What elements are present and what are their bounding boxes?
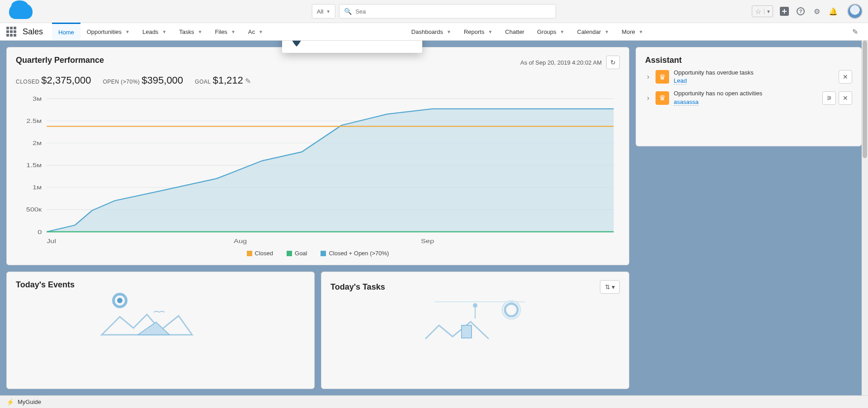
dismiss-button[interactable]: ✕ — [839, 70, 852, 84]
assistant-text: Opportunity has overdue tasksLead — [674, 69, 834, 85]
nav-item-label: Groups — [537, 28, 557, 35]
svg-text:1.5м: 1.5м — [26, 162, 42, 169]
svg-point-28 — [473, 303, 477, 308]
salesforce-logo — [9, 4, 33, 19]
nav-item-files[interactable]: Files▼ — [208, 23, 241, 40]
closed-value: $2,375,000 — [41, 75, 91, 86]
nav-item-home[interactable]: Home — [52, 23, 80, 40]
edit-nav-pencil-icon[interactable]: ✎ — [849, 23, 862, 40]
lead-crown-icon: ♛ — [656, 91, 669, 105]
chevron-down-icon: ▼ — [639, 29, 643, 34]
footer-label[interactable]: MyGuide — [18, 399, 41, 405]
svg-text:3м: 3м — [33, 95, 42, 102]
nav-item-calendar[interactable]: Calendar▼ — [571, 23, 616, 40]
tasks-illustration — [330, 294, 620, 343]
svg-text:Sep: Sep — [421, 237, 434, 244]
nav-items: HomeOpportunities▼Leads▼Tasks▼Files▼Ac▼D… — [52, 23, 849, 40]
card-title: Quarterly Performance — [16, 56, 104, 65]
nav-item-chatter[interactable]: Chatter — [499, 23, 531, 40]
assistant-record-link[interactable]: Lead — [674, 77, 687, 84]
user-avatar[interactable] — [847, 4, 863, 19]
nav-item-label: Files — [215, 28, 227, 35]
svg-point-24 — [505, 304, 518, 316]
chevron-down-icon: ▼ — [604, 29, 609, 34]
notifications-bell-icon[interactable]: 🔔 — [828, 6, 838, 16]
nav-item-tasks[interactable]: Tasks▼ — [173, 23, 208, 40]
nav-item-label: Reports — [464, 28, 485, 35]
nav-item-leads[interactable]: Leads▼ — [136, 23, 173, 40]
chevron-down-icon: ▼ — [198, 29, 203, 34]
edit-goal-pencil-icon[interactable]: ✎ — [245, 77, 251, 85]
nav-item-groups[interactable]: Groups▼ — [531, 23, 571, 40]
favorites-button[interactable]: ☆ ▼ — [752, 5, 773, 17]
item-settings-button[interactable]: ⚞ — [822, 91, 836, 105]
nav-item-label: More — [622, 28, 635, 35]
search-icon: 🔍 — [344, 8, 352, 15]
scrollbar-thumb[interactable] — [863, 41, 867, 158]
nav-item-ac[interactable]: Ac▼ — [242, 23, 269, 40]
svg-text:2м: 2м — [33, 139, 42, 146]
page-content: Quarterly Performance As of Sep 20, 2019… — [0, 41, 868, 395]
svg-rect-26 — [462, 325, 472, 338]
waffle-icon — [6, 27, 16, 37]
svg-text:Aug: Aug — [234, 237, 247, 244]
search-input[interactable] — [355, 8, 551, 15]
tasks-filter-button[interactable]: ⇅ ▾ — [600, 280, 620, 294]
search-scope-label: All — [317, 8, 323, 15]
dismiss-button[interactable]: ✕ — [839, 91, 852, 105]
app-nav-bar: Sales HomeOpportunities▼Leads▼Tasks▼File… — [0, 23, 868, 41]
lead-crown-icon: ♛ — [656, 70, 669, 84]
nav-item-label: Opportunities — [87, 28, 122, 35]
goal-value: $1,212 — [212, 75, 243, 86]
legend-closed-open: Closed + Open (>70%) — [329, 250, 389, 257]
nav-item-dashboards[interactable]: Dashboards▼ — [405, 23, 458, 40]
svg-text:?: ? — [799, 9, 802, 14]
nav-item-label: Calendar — [577, 28, 601, 35]
svg-text:2.5м: 2.5м — [26, 117, 42, 124]
todays-tasks-card: Today's Tasks ⇅ ▾ — [321, 272, 629, 389]
svg-text:0: 0 — [38, 228, 42, 235]
nav-item-label: Tasks — [179, 28, 194, 35]
chevron-down-icon: ▼ — [162, 29, 166, 34]
nav-item-label: Chatter — [505, 28, 524, 35]
chevron-down-icon: ▼ — [326, 9, 330, 14]
search-box[interactable]: 🔍 — [339, 4, 556, 19]
as-of-timestamp: As of Sep 20, 2019 4:20:02 AM — [520, 59, 602, 66]
nav-item-opportunities[interactable]: Opportunities▼ — [80, 23, 136, 40]
todays-events-card: Today's Events — [6, 272, 315, 389]
search-scope-button[interactable]: All ▼ — [312, 4, 335, 19]
assistant-item: › ♛ Opportunity has no open activitiesas… — [645, 89, 852, 106]
chevron-down-icon: ▼ — [488, 29, 492, 34]
expand-chevron-icon[interactable]: › — [645, 71, 651, 83]
open-label: OPEN (>70%) — [103, 79, 140, 85]
closed-label: CLOSED — [16, 79, 39, 85]
refresh-button[interactable]: ↻ — [606, 56, 620, 69]
bolt-icon[interactable]: ⚡ — [6, 399, 14, 406]
global-header: All ▼ 🔍 ☆ ▼ ? ⚙ 🔔 — [0, 0, 868, 23]
settings-gear-icon[interactable]: ⚙ — [812, 6, 822, 16]
nav-item-label: Ac — [248, 28, 255, 35]
global-search: All ▼ 🔍 — [312, 4, 556, 19]
map-pin-icon: G — [291, 41, 302, 47]
footer-bar: ⚡ MyGuide — [0, 395, 868, 408]
goal-label: GOAL — [195, 79, 211, 85]
quarterly-performance-card: Quarterly Performance As of Sep 20, 2019… — [6, 47, 629, 265]
nav-item-label: Home — [58, 29, 74, 36]
svg-text:Jul: Jul — [47, 237, 56, 244]
expand-chevron-icon[interactable]: › — [645, 92, 651, 104]
chevron-down-icon: ▼ — [447, 29, 451, 34]
app-launcher[interactable]: Sales — [6, 23, 43, 40]
vertical-scrollbar[interactable] — [862, 41, 868, 395]
assistant-record-link[interactable]: asasassa — [674, 98, 698, 106]
chevron-down-icon: ▼ — [125, 29, 130, 34]
guide-popup: Open Salesforce Lightning! G — [282, 41, 422, 53]
assistant-text: Opportunity has no open activitiesasasas… — [674, 89, 818, 106]
card-title: Today's Tasks — [330, 282, 385, 292]
nav-item-more[interactable]: More▼ — [615, 23, 650, 40]
help-icon[interactable]: ? — [796, 6, 806, 16]
nav-item-reports[interactable]: Reports▼ — [458, 23, 499, 40]
global-add-button[interactable] — [779, 6, 789, 16]
events-illustration — [16, 290, 305, 339]
chevron-down-icon[interactable]: ▼ — [764, 9, 773, 14]
assistant-item: › ♛ Opportunity has overdue tasksLead ✕ — [645, 69, 852, 85]
